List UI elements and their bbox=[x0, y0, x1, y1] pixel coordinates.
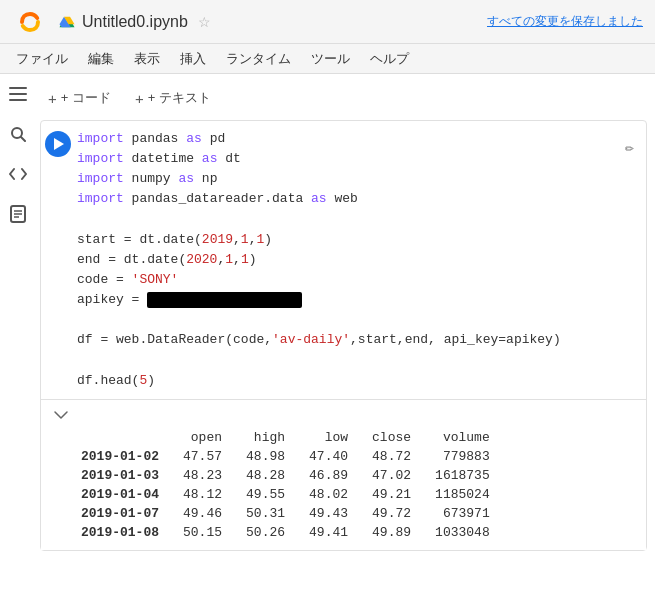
cell-volume: 779883 bbox=[423, 447, 502, 466]
cell-date: 2019-01-03 bbox=[69, 466, 171, 485]
cell-open: 50.15 bbox=[171, 523, 234, 542]
col-header-date bbox=[69, 428, 171, 447]
code-line-5 bbox=[77, 210, 642, 230]
code-line-6: start = dt.date(2019,1,1) bbox=[77, 230, 642, 250]
cell-low: 46.89 bbox=[297, 466, 360, 485]
titlebar: Untitled0.ipynb ☆ すべての変更を保存しました bbox=[0, 0, 655, 44]
cell-low: 49.43 bbox=[297, 504, 360, 523]
cell-high: 49.55 bbox=[234, 485, 297, 504]
cell-open: 48.23 bbox=[171, 466, 234, 485]
menu-runtime[interactable]: ランタイム bbox=[218, 47, 299, 71]
code-line-3: import numpy as np bbox=[77, 169, 642, 189]
code-editor[interactable]: import pandas as pd import datetime as d… bbox=[77, 129, 642, 391]
output-expand-icon[interactable] bbox=[53, 408, 638, 422]
cell-high: 48.98 bbox=[234, 447, 297, 466]
pencil-icon: ✏ bbox=[625, 137, 634, 160]
table-row: 2019-01-02 47.57 48.98 47.40 48.72 77988… bbox=[69, 447, 502, 466]
cell-volume: 1185024 bbox=[423, 485, 502, 504]
svg-line-4 bbox=[21, 137, 25, 141]
cell-open: 47.57 bbox=[171, 447, 234, 466]
cell-open: 48.12 bbox=[171, 485, 234, 504]
svg-rect-0 bbox=[9, 87, 27, 89]
menu-edit[interactable]: 編集 bbox=[80, 47, 122, 71]
menu-tools[interactable]: ツール bbox=[303, 47, 358, 71]
code-line-7: end = dt.date(2020,1,1) bbox=[77, 250, 642, 270]
col-header-open: open bbox=[171, 428, 234, 447]
files-icon[interactable] bbox=[6, 202, 30, 226]
menu-insert[interactable]: 挿入 bbox=[172, 47, 214, 71]
content-area: + + コード + + テキスト import pandas as pd imp… bbox=[36, 74, 655, 559]
code-line-1: import pandas as pd bbox=[77, 129, 642, 149]
cell-high: 48.28 bbox=[234, 466, 297, 485]
output-area: open high low close volume 2019-01-02 47… bbox=[41, 399, 646, 550]
run-button[interactable] bbox=[45, 131, 71, 157]
cell-code-area: import pandas as pd import datetime as d… bbox=[41, 121, 646, 399]
output-table: open high low close volume 2019-01-02 47… bbox=[69, 428, 502, 542]
add-text-button[interactable]: + + テキスト bbox=[127, 85, 219, 111]
title-area: Untitled0.ipynb ☆ bbox=[58, 13, 211, 31]
add-code-button[interactable]: + + コード bbox=[40, 85, 119, 111]
code-line-9: apikey = bbox=[77, 290, 642, 310]
cell-volume: 1618735 bbox=[423, 466, 502, 485]
sidebar bbox=[0, 74, 36, 559]
cell-close: 49.72 bbox=[360, 504, 423, 523]
table-row: 2019-01-03 48.23 48.28 46.89 47.02 16187… bbox=[69, 466, 502, 485]
cell-date: 2019-01-04 bbox=[69, 485, 171, 504]
add-cell-toolbar: + + コード + + テキスト bbox=[40, 82, 647, 114]
table-row: 2019-01-04 48.12 49.55 48.02 49.21 11850… bbox=[69, 485, 502, 504]
cell-low: 49.41 bbox=[297, 523, 360, 542]
code-line-12 bbox=[77, 351, 642, 371]
cell-high: 50.26 bbox=[234, 523, 297, 542]
col-header-high: high bbox=[234, 428, 297, 447]
table-row: 2019-01-07 49.46 50.31 49.43 49.72 67397… bbox=[69, 504, 502, 523]
code-cell: import pandas as pd import datetime as d… bbox=[40, 120, 647, 551]
code-line-4: import pandas_datareader.data as web bbox=[77, 189, 642, 209]
main-layout: + + コード + + テキスト import pandas as pd imp… bbox=[0, 74, 655, 559]
redacted-value bbox=[147, 292, 302, 308]
code-icon[interactable] bbox=[6, 162, 30, 186]
cell-open: 49.46 bbox=[171, 504, 234, 523]
table-row: 2019-01-08 50.15 50.26 49.41 49.89 10330… bbox=[69, 523, 502, 542]
code-line-8: code = 'SONY' bbox=[77, 270, 642, 290]
svg-marker-9 bbox=[54, 138, 64, 150]
file-title[interactable]: Untitled0.ipynb bbox=[82, 13, 188, 31]
drive-icon bbox=[58, 13, 76, 31]
cell-high: 50.31 bbox=[234, 504, 297, 523]
search-icon[interactable] bbox=[6, 122, 30, 146]
cell-volume: 673971 bbox=[423, 504, 502, 523]
col-header-volume: volume bbox=[423, 428, 502, 447]
svg-rect-2 bbox=[9, 99, 27, 101]
colab-logo bbox=[12, 4, 48, 40]
cell-low: 48.02 bbox=[297, 485, 360, 504]
col-header-close: close bbox=[360, 428, 423, 447]
cell-low: 47.40 bbox=[297, 447, 360, 466]
code-line-11: df = web.DataReader(code,'av-daily',star… bbox=[77, 330, 642, 350]
cell-close: 48.72 bbox=[360, 447, 423, 466]
code-line-2: import datetime as dt bbox=[77, 149, 642, 169]
code-line-10 bbox=[77, 310, 642, 330]
menu-help[interactable]: ヘルプ bbox=[362, 47, 417, 71]
sidebar-menu-icon[interactable] bbox=[6, 82, 30, 106]
cell-close: 49.21 bbox=[360, 485, 423, 504]
svg-rect-1 bbox=[9, 93, 27, 95]
cell-volume: 1033048 bbox=[423, 523, 502, 542]
cell-close: 49.89 bbox=[360, 523, 423, 542]
svg-rect-10 bbox=[53, 408, 69, 422]
cell-date: 2019-01-02 bbox=[69, 447, 171, 466]
menubar: ファイル 編集 表示 挿入 ランタイム ツール ヘルプ bbox=[0, 44, 655, 74]
code-line-13: df.head(5) bbox=[77, 371, 642, 391]
save-status: すべての変更を保存しました bbox=[487, 13, 643, 30]
star-icon[interactable]: ☆ bbox=[198, 14, 211, 30]
menu-file[interactable]: ファイル bbox=[8, 47, 76, 71]
col-header-low: low bbox=[297, 428, 360, 447]
cell-close: 47.02 bbox=[360, 466, 423, 485]
cell-date: 2019-01-07 bbox=[69, 504, 171, 523]
menu-view[interactable]: 表示 bbox=[126, 47, 168, 71]
cell-date: 2019-01-08 bbox=[69, 523, 171, 542]
